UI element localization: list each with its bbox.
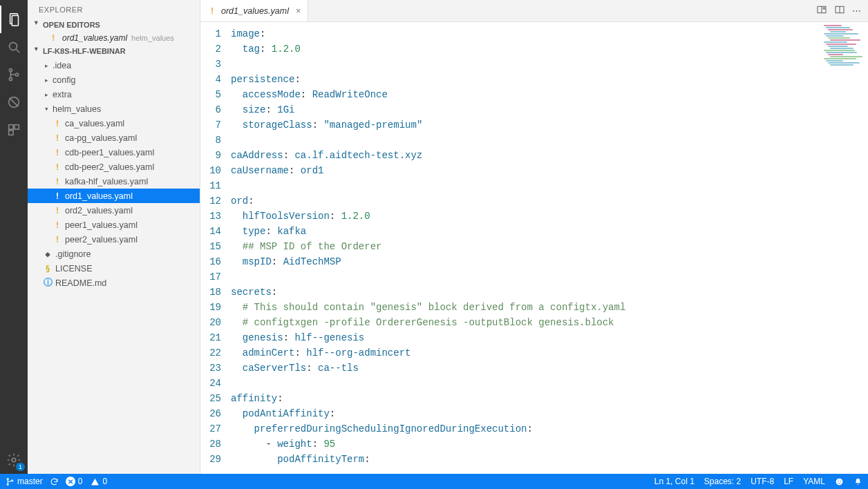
svg-point-6 xyxy=(16,73,19,76)
status-bar: master ✕ 0 0 Ln 1, Col 1 Spaces: 2 UTF-8… xyxy=(0,474,868,489)
code-line[interactable]: podAffinityTerm: xyxy=(231,452,868,467)
code-line[interactable]: - weight: 95 xyxy=(231,437,868,452)
editor-area: ! ord1_values.yaml × ⋯ 12345678910111213… xyxy=(200,0,868,474)
svg-rect-1 xyxy=(12,16,18,26)
file-icon: ! xyxy=(53,118,62,128)
code-line[interactable]: storageClass: "managed-premium" xyxy=(231,117,868,133)
code-line[interactable]: # configtxgen -profile OrdererGenesis -o… xyxy=(231,315,868,330)
feedback-icon[interactable] xyxy=(835,477,844,486)
eol[interactable]: LF xyxy=(784,477,793,486)
svg-line-8 xyxy=(10,98,19,107)
code-line[interactable]: image: xyxy=(231,26,868,41)
code-line[interactable] xyxy=(231,269,868,285)
explorer-icon[interactable] xyxy=(0,6,28,33)
file-row[interactable]: !peer2_values.yaml xyxy=(28,232,200,247)
cursor-position[interactable]: Ln 1, Col 1 xyxy=(654,477,695,486)
split-preview-icon[interactable] xyxy=(816,4,827,17)
open-editor-item[interactable]: !ord1_values.yaml helm_values xyxy=(28,32,200,44)
code-line[interactable]: accessMode: ReadWriteOnce xyxy=(231,87,868,102)
file-name: kafka-hlf_values.yaml xyxy=(65,177,148,186)
indentation[interactable]: Spaces: 2 xyxy=(704,477,741,486)
code-line[interactable]: ord: xyxy=(231,193,868,209)
svg-point-18 xyxy=(7,478,8,479)
file-name: ord2_values.yaml xyxy=(65,206,133,215)
file-name: cdb-peer1_values.yaml xyxy=(65,148,154,157)
file-icon: ⓘ xyxy=(43,277,53,289)
code-line[interactable] xyxy=(231,178,868,193)
file-row[interactable]: §LICENSE xyxy=(28,261,200,276)
file-row[interactable]: !ca_values.yaml xyxy=(28,116,200,131)
chevron-icon xyxy=(43,91,50,98)
language-mode[interactable]: YAML xyxy=(803,477,825,486)
code-line[interactable]: mspID: AidTechMSP xyxy=(231,254,868,269)
file-row[interactable]: !ord1_values.yaml xyxy=(28,189,200,203)
project-header[interactable]: LF-K8S-HLF-WEBINAR xyxy=(28,44,200,58)
folder-row[interactable]: extra xyxy=(28,87,200,102)
code-line[interactable]: secrets: xyxy=(231,285,868,300)
svg-point-19 xyxy=(7,483,8,485)
code-lines[interactable]: image: tag: 1.2.0persistence: accessMode… xyxy=(231,22,868,471)
source-control-icon[interactable] xyxy=(0,61,28,88)
chevron-icon xyxy=(43,106,50,113)
branch-name: master xyxy=(17,477,43,486)
code-line[interactable]: caUsername: ord1 xyxy=(231,163,868,178)
tab-actions: ⋯ xyxy=(809,0,868,21)
file-name: LICENSE xyxy=(55,264,93,274)
code-line[interactable]: preferredDuringSchedulingIgnoredDuringEx… xyxy=(231,421,868,437)
folder-row[interactable]: helm_values xyxy=(28,102,200,116)
file-row[interactable]: ◆.gitignore xyxy=(28,247,200,261)
settings-icon[interactable] xyxy=(0,446,28,474)
code-line[interactable]: caServerTls: ca--tls xyxy=(231,361,868,376)
svg-rect-9 xyxy=(9,125,13,129)
file-row[interactable]: ⓘREADME.md xyxy=(28,276,200,290)
code-line[interactable] xyxy=(231,57,868,72)
svg-point-20 xyxy=(12,479,13,481)
code-line[interactable]: adminCert: hlf--org-admincert xyxy=(231,345,868,361)
more-icon[interactable]: ⋯ xyxy=(852,6,861,16)
code-line[interactable]: affinity: xyxy=(231,391,868,406)
code-line[interactable] xyxy=(231,376,868,391)
svg-point-2 xyxy=(10,43,17,50)
folder-row[interactable]: config xyxy=(28,73,200,87)
code-line[interactable]: size: 1Gi xyxy=(231,102,868,117)
code-line[interactable]: hlfToolsVersion: 1.2.0 xyxy=(231,209,868,224)
code-line[interactable]: # This should contain "genesis" block de… xyxy=(231,300,868,315)
minimap[interactable] xyxy=(824,25,865,66)
code-line[interactable]: ## MSP ID of the Orderer xyxy=(231,239,868,254)
file-row[interactable]: !cdb-peer2_values.yaml xyxy=(28,160,200,174)
code-line[interactable] xyxy=(231,133,868,148)
code-line[interactable]: podAntiAffinity: xyxy=(231,406,868,421)
file-row[interactable]: !kafka-hlf_values.yaml xyxy=(28,174,200,189)
svg-point-21 xyxy=(836,478,843,485)
extensions-icon[interactable] xyxy=(0,116,28,144)
search-icon[interactable] xyxy=(0,33,28,61)
open-editors-header[interactable]: OPEN EDITORS xyxy=(28,18,200,32)
debug-icon[interactable] xyxy=(0,88,28,116)
file-icon: ! xyxy=(53,133,62,143)
folder-row[interactable]: .idea xyxy=(28,58,200,73)
file-row[interactable]: !ca-pg_values.yaml xyxy=(28,131,200,145)
file-name: peer2_values.yaml xyxy=(65,235,138,245)
file-row[interactable]: !peer1_values.yaml xyxy=(28,218,200,232)
file-row[interactable]: !ord2_values.yaml xyxy=(28,203,200,218)
close-icon[interactable]: × xyxy=(293,6,301,16)
code-line[interactable]: caAddress: ca.lf.aidtech-test.xyz xyxy=(231,148,868,163)
code-line[interactable]: tag: 1.2.0 xyxy=(231,41,868,57)
git-branch[interactable]: master xyxy=(6,477,43,486)
file-icon: ! xyxy=(53,234,62,245)
file-icon: ! xyxy=(53,191,62,201)
code-line[interactable]: persistence: xyxy=(231,72,868,87)
code-line[interactable]: type: kafka xyxy=(231,224,868,239)
editor-tab[interactable]: ! ord1_values.yaml × xyxy=(200,0,308,21)
problems[interactable]: ✕ 0 0 xyxy=(66,477,107,486)
split-editor-icon[interactable] xyxy=(834,4,845,17)
svg-rect-11 xyxy=(9,131,13,135)
file-row[interactable]: !cdb-peer1_values.yaml xyxy=(28,145,200,160)
svg-point-15 xyxy=(823,8,825,10)
notifications-icon[interactable] xyxy=(853,477,862,486)
code: 1234567891011121314151617181920212223242… xyxy=(200,22,868,471)
sync-icon[interactable] xyxy=(50,477,59,486)
code-scroll[interactable]: 1234567891011121314151617181920212223242… xyxy=(200,22,868,474)
encoding[interactable]: UTF-8 xyxy=(751,477,774,486)
code-line[interactable]: genesis: hlf--genesis xyxy=(231,330,868,345)
